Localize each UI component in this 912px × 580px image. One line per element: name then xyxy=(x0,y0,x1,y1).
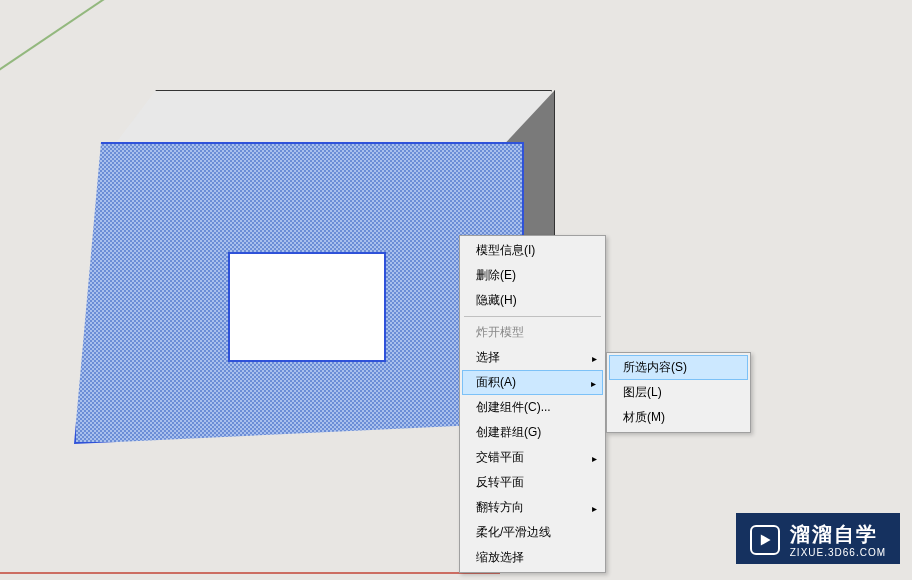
submenu-arrow-icon: ▸ xyxy=(592,502,597,513)
box-hole xyxy=(228,252,386,362)
menu-separator xyxy=(464,316,601,317)
menu-model-info[interactable]: 模型信息(I) xyxy=(462,238,603,263)
menu-explode: 炸开模型 xyxy=(462,320,603,345)
red-axis xyxy=(0,572,500,574)
svg-marker-0 xyxy=(761,534,771,545)
menu-select-label: 选择 xyxy=(476,350,500,364)
3d-viewport[interactable] xyxy=(0,0,912,580)
context-menu-main: 模型信息(I) 删除(E) 隐藏(H) 炸开模型 选择 ▸ 面积(A) ▸ 创建… xyxy=(459,235,606,573)
menu-area[interactable]: 面积(A) ▸ xyxy=(462,370,603,395)
menu-reverse-faces[interactable]: 反转平面 xyxy=(462,470,603,495)
submenu-material[interactable]: 材质(M) xyxy=(609,405,748,430)
menu-zoom-selection[interactable]: 缩放选择 xyxy=(462,545,603,570)
box-top-face xyxy=(112,90,552,148)
box-front-face-selected xyxy=(74,142,524,444)
watermark-text: 溜溜自学 ZIXUE.3D66.COM xyxy=(790,521,886,558)
submenu-arrow-icon: ▸ xyxy=(592,452,597,463)
menu-flip-label: 翻转方向 xyxy=(476,500,524,514)
menu-create-group[interactable]: 创建群组(G) xyxy=(462,420,603,445)
submenu-arrow-icon: ▸ xyxy=(592,352,597,363)
menu-area-label: 面积(A) xyxy=(476,375,516,389)
submenu-selection[interactable]: 所选内容(S) xyxy=(609,355,748,380)
menu-select[interactable]: 选择 ▸ xyxy=(462,345,603,370)
watermark-badge: 溜溜自学 ZIXUE.3D66.COM xyxy=(736,513,900,564)
menu-delete[interactable]: 删除(E) xyxy=(462,263,603,288)
menu-create-component[interactable]: 创建组件(C)... xyxy=(462,395,603,420)
menu-intersect-label: 交错平面 xyxy=(476,450,524,464)
submenu-layer[interactable]: 图层(L) xyxy=(609,380,748,405)
menu-flip-along[interactable]: 翻转方向 ▸ xyxy=(462,495,603,520)
menu-hide[interactable]: 隐藏(H) xyxy=(462,288,603,313)
menu-soften-smooth[interactable]: 柔化/平滑边线 xyxy=(462,520,603,545)
context-menu-area-submenu: 所选内容(S) 图层(L) 材质(M) xyxy=(606,352,751,433)
menu-intersect-faces[interactable]: 交错平面 ▸ xyxy=(462,445,603,470)
submenu-arrow-icon: ▸ xyxy=(591,377,596,388)
play-icon xyxy=(750,525,780,555)
watermark-url: ZIXUE.3D66.COM xyxy=(790,547,886,558)
watermark-title: 溜溜自学 xyxy=(790,521,886,548)
